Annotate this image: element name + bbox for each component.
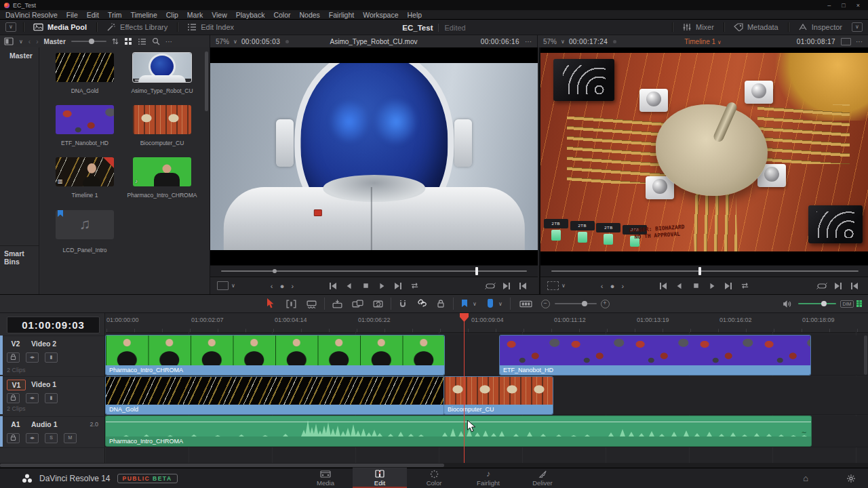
timeline-display-mode-icon[interactable] [547,281,559,290]
timeline-view-options[interactable] [517,295,534,312]
timeline-loop-range-button[interactable] [814,279,830,293]
add-marker-button[interactable] [484,295,496,312]
track-enable-toggle[interactable]: ▮ [45,393,58,403]
source-display-chevron-icon[interactable]: ∨ [231,283,235,289]
effects-library-toggle[interactable]: Effects Library [97,20,177,35]
timeline-tracks-area[interactable]: Pharmaco_Intro_CHROMA ETF_Nanobot_HD DNA… [105,332,868,463]
flag-clip-button[interactable] [458,295,471,312]
media-clip-pharmaco-chroma[interactable]: ♪ [133,157,191,186]
selection-mode-tool[interactable] [263,295,278,312]
menu-file[interactable]: File [66,11,78,19]
sort-order-icon[interactable] [112,37,119,45]
source-step-back-button[interactable] [341,279,357,293]
menu-nodes[interactable]: Nodes [299,11,319,19]
menu-timeline[interactable]: Timeline [130,11,157,19]
media-clip-dna-gold[interactable] [56,53,114,82]
timeline-clip-etf-nanobot[interactable]: ETF_Nanobot_HD [500,336,810,375]
source-more-icon[interactable]: ··· [525,38,532,45]
mute-toggle[interactable]: M [64,433,77,443]
project-manager-home-icon[interactable]: ⌂ [803,473,808,483]
timeline-display-chevron-icon[interactable]: ∨ [561,283,566,289]
source-jog-handle[interactable] [475,267,478,275]
maximize-button[interactable]: □ [842,2,845,9]
timeline-horizontal-scrollbar[interactable] [0,463,868,468]
page-tab-fairlight[interactable]: ♪ Fairlight [461,468,515,488]
page-tab-color[interactable]: Color [407,468,461,488]
timeline-clip-biocomputer[interactable]: Biocomputer_CU [444,377,553,414]
linked-selection-toggle[interactable] [414,295,430,312]
track-target-v1[interactable]: V1 [7,380,26,390]
timeline-jog-handle[interactable] [698,267,701,275]
thumbnail-view-icon[interactable] [124,37,132,45]
list-view-icon[interactable] [138,38,146,45]
razor-edit-mode-tool[interactable] [302,295,320,312]
mixer-toggle[interactable]: Mixer [673,20,724,35]
source-video-area[interactable] [210,47,538,265]
insert-clip-button[interactable] [328,295,346,312]
menu-mark[interactable]: Mark [187,11,203,19]
search-icon[interactable] [152,37,160,45]
timeline-more-icon[interactable]: ··· [856,38,863,45]
audio-monitor-speaker-icon[interactable] [780,295,793,312]
source-display-mode-icon[interactable] [217,281,229,290]
edit-index-toggle[interactable]: Edit Index [178,20,243,35]
source-first-frame-button[interactable] [325,279,341,293]
timeline-go-to-out-button[interactable] [830,279,846,293]
timeline-first-frame-button[interactable] [655,279,671,293]
menu-edit[interactable]: Edit [87,11,99,19]
inspector-toggle[interactable]: Inspector [789,20,852,35]
track-header-a1[interactable]: A1 Audio 1 2.0 ◂▸ S M [0,416,105,447]
media-clip-timeline-1[interactable]: ▥ [56,157,114,186]
menu-view[interactable]: View [212,11,227,19]
zoom-in-button[interactable]: + [599,295,610,312]
menu-workspace[interactable]: Workspace [363,11,398,19]
settings-gear-icon[interactable] [846,474,856,483]
playhead-line[interactable] [464,313,465,463]
auto-select-toggle[interactable]: ◂▸ [26,393,39,403]
timeline-go-to-in-button[interactable] [846,279,863,293]
flag-color-chevron-icon[interactable]: ∨ [471,295,479,312]
clip-color-toggle[interactable]: ∨ [5,22,16,32]
overwrite-clip-button[interactable] [349,295,366,312]
media-clip-biocomputer[interactable] [133,105,191,134]
source-stop-button[interactable] [357,279,374,293]
position-lock-toggle[interactable] [433,295,449,312]
timeline-loop-button[interactable] [736,279,753,293]
timeline-stop-button[interactable] [688,279,704,293]
audio-meters-toggle[interactable] [854,295,864,312]
auto-select-toggle[interactable]: ◂▸ [26,352,39,363]
menu-help[interactable]: Help [408,11,422,19]
media-pool-more-icon[interactable]: ··· [165,38,172,45]
menu-clip[interactable]: Clip [166,11,178,19]
timeline-ruler[interactable]: 01:00:00:00 01:00:02:07 01:00:04:14 01:0… [105,313,868,333]
menu-color[interactable]: Color [273,11,290,19]
source-go-to-in-button[interactable] [515,279,531,293]
metadata-toggle[interactable]: Metadata [724,20,788,35]
bin-sidebar-toggle-icon[interactable] [4,37,14,45]
menu-playback[interactable]: Playback [236,11,265,19]
audio-fade-icon[interactable]: ∼ [802,428,807,436]
source-go-to-out-button[interactable] [498,279,515,293]
track-lock-toggle[interactable] [7,352,20,363]
fullscreen-icon[interactable] [841,38,851,45]
source-last-frame-button[interactable] [390,279,406,293]
marker-color-chevron-icon[interactable]: ∨ [496,295,505,312]
track-enable-toggle[interactable]: ▮ [45,352,58,363]
timeline-last-frame-button[interactable] [720,279,736,293]
media-clip-lcd-panel-intro[interactable]: ♫ [56,210,114,239]
bin-master[interactable]: Master [9,52,33,60]
scrollbar-handle[interactable] [0,464,444,467]
track-target-v2[interactable]: V2 [7,339,24,348]
timeline-vertical-scrollbar[interactable] [864,336,867,375]
forward-chevron-icon[interactable]: › [36,38,38,45]
trim-edit-mode-tool[interactable] [282,295,300,312]
auto-select-toggle[interactable]: ◂▸ [26,433,39,443]
timeline-play-button[interactable] [704,279,720,293]
monitor-volume-slider[interactable] [797,295,837,312]
audio-volume-line[interactable] [106,422,811,422]
media-pool-toggle[interactable]: Media Pool [24,20,96,35]
page-tab-media[interactable]: Media [298,468,353,488]
chevron-down-icon[interactable]: ∨ [19,39,23,45]
media-clip-asimo-selected[interactable] [133,53,191,82]
timeline-clip-pharmaco-audio[interactable]: ∼ Pharmaco_Intro_CHROMA [106,416,811,446]
